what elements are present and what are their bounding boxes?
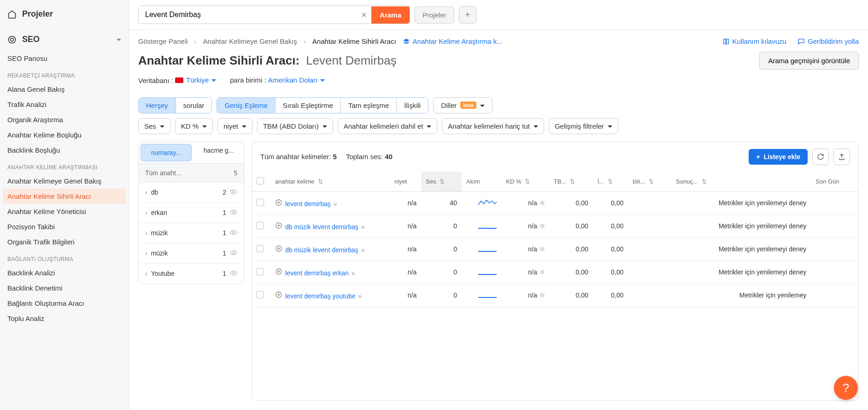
- col-trend[interactable]: Akım: [462, 172, 501, 192]
- sidebar-item-keyword-magic[interactable]: Anahtar Kelime Sihirli Aracı: [3, 189, 126, 204]
- row-checkbox[interactable]: [257, 268, 264, 275]
- row-checkbox[interactable]: [257, 222, 264, 229]
- tab-by-volume[interactable]: hacme g...: [194, 142, 244, 163]
- col-volume[interactable]: Ses ⇅: [421, 172, 462, 192]
- sidebar-item-keyword-gap[interactable]: Anahtar Kelime Boşluğu: [0, 127, 129, 143]
- group-item-label: Youtube: [151, 270, 175, 277]
- cell-serp: [628, 214, 671, 238]
- sidebar-item-bulk-analysis[interactable]: Toplu Analiz: [0, 311, 129, 326]
- filter-cpc[interactable]: TBM (ABD Doları): [257, 118, 333, 134]
- close-icon: ×: [362, 10, 367, 20]
- pill-all[interactable]: Herşey: [139, 98, 176, 113]
- col-keyword[interactable]: anahtar kelime ⇅: [270, 172, 390, 192]
- languages-label: Diller: [441, 101, 457, 109]
- keyword-link[interactable]: levent demirbaş youtube »: [285, 292, 362, 300]
- expand-icon[interactable]: [275, 246, 282, 254]
- keyword-link[interactable]: levent demirbaş erkan »: [285, 269, 355, 277]
- sidebar-item-organic-research[interactable]: Organik Araştırma: [0, 112, 129, 127]
- sidebar-item-link-building-tool[interactable]: Bağlantı Oluşturma Aracı: [0, 296, 129, 311]
- sidebar-item-traffic-analysis[interactable]: Trafik Analizi: [0, 97, 129, 112]
- group-item[interactable]: ›erkan1: [139, 202, 244, 223]
- group-item[interactable]: ›müzik1: [139, 243, 244, 263]
- export-button[interactable]: [833, 149, 850, 165]
- filter-intent[interactable]: niyet: [217, 118, 252, 134]
- research-course-link[interactable]: Anahtar Kelime Araştırma k...: [403, 37, 503, 45]
- row-checkbox[interactable]: [257, 291, 264, 298]
- col-intent[interactable]: niyet: [390, 172, 421, 192]
- user-guide-link[interactable]: Kullanım kılavuzu: [722, 37, 787, 45]
- database-selector[interactable]: Türkiye: [175, 76, 216, 84]
- sidebar-item-backlink-audit[interactable]: Backlink Denetimi: [0, 280, 129, 296]
- sidebar-item-domain-overview[interactable]: Alana Genel Bakış: [0, 82, 129, 97]
- pill-questions[interactable]: sorular: [176, 98, 212, 113]
- pill-phrase-match[interactable]: Sıralı Eşleştirme: [276, 98, 341, 113]
- expand-icon[interactable]: [275, 200, 282, 208]
- crumb-keyword-overview[interactable]: Anahtar Kelimeye Genel Bakış: [203, 37, 297, 45]
- eye-icon[interactable]: [230, 188, 237, 197]
- groups-tabs: numaray... hacme g...: [139, 142, 244, 164]
- pill-exact-match[interactable]: Tam eşleşme: [341, 98, 397, 113]
- expand-icon[interactable]: [275, 269, 282, 277]
- pill-related[interactable]: İlişkili: [397, 98, 428, 113]
- book-icon: [722, 38, 730, 45]
- groups-header[interactable]: Tüm anaht... 5: [139, 164, 244, 182]
- eye-icon[interactable]: [230, 269, 237, 278]
- languages-filter[interactable]: Diller beta: [433, 97, 493, 113]
- sidebar-item-keyword-overview[interactable]: Anahtar Kelimeye Genel Bakış: [0, 173, 129, 189]
- keyword-link[interactable]: db müzik levent demirbaş »: [285, 246, 365, 254]
- keyword-link[interactable]: db müzik levent demirbaş »: [285, 223, 365, 231]
- feedback-link[interactable]: Geribildirim yolla: [798, 37, 859, 45]
- sidebar-item-position-tracking[interactable]: Pozisyon Takibi: [0, 219, 129, 234]
- group-label-competitive: REKABETÇİ ARAŞTIRMA: [0, 66, 129, 82]
- add-to-list-button[interactable]: + Listeye ekle: [749, 149, 808, 165]
- sidebar-seo-header[interactable]: SEO: [0, 28, 129, 51]
- group-item[interactable]: ›db2: [139, 182, 244, 202]
- sidebar-item-backlink-analytics[interactable]: Backlink Analizi: [0, 265, 129, 280]
- tab-by-number[interactable]: numaray...: [141, 144, 192, 161]
- eye-icon[interactable]: [230, 208, 237, 217]
- expand-icon[interactable]: [275, 223, 282, 231]
- eye-icon[interactable]: [230, 229, 237, 238]
- search-history-button[interactable]: Arama geçmişini görüntüle: [759, 52, 859, 70]
- sidebar-item-backlink-gap[interactable]: Backlink Boşluğu: [0, 143, 129, 158]
- projects-button[interactable]: Projeler: [415, 6, 454, 24]
- cell-comp: 0,00: [593, 214, 628, 238]
- select-all-checkbox[interactable]: [257, 177, 264, 184]
- col-results[interactable]: Sonuç... ⇅: [671, 172, 811, 192]
- keyword-link[interactable]: levent demirbaş »: [285, 200, 337, 208]
- sidebar-item-keyword-manager[interactable]: Anahtar Kelime Yöneticisi: [0, 204, 129, 219]
- refresh-button[interactable]: [812, 149, 829, 165]
- help-button[interactable]: ?: [834, 376, 858, 400]
- eye-icon[interactable]: [230, 249, 237, 258]
- sort-icon: ⇅: [318, 178, 323, 185]
- sidebar-item-organic-traffic[interactable]: Organik Trafik Bilgileri: [0, 234, 129, 250]
- row-checkbox[interactable]: [257, 199, 264, 206]
- col-kd[interactable]: KD % ⇅: [501, 172, 549, 192]
- filter-exclude-keywords[interactable]: Anahtar kelimeleri hariç tut: [442, 118, 544, 134]
- sidebar-projects-header[interactable]: Projeler: [0, 0, 129, 28]
- expand-icon[interactable]: [275, 292, 282, 300]
- sidebar-item-seo-panosu[interactable]: SEO Panosu: [0, 51, 129, 66]
- filter-volume[interactable]: Ses: [138, 118, 170, 134]
- col-cpc[interactable]: TB... ⇅: [549, 172, 593, 192]
- sidebar: Projeler SEO SEO Panosu REKABETÇİ ARAŞTI…: [0, 0, 129, 410]
- search-button[interactable]: Arama: [371, 6, 410, 24]
- search-clear-button[interactable]: ×: [357, 10, 372, 20]
- pill-broad-match[interactable]: Geniş Eşleme: [217, 98, 275, 113]
- table-scroll[interactable]: anahtar kelime ⇅ niyet Ses ⇅ Akım KD % ⇅…: [252, 172, 858, 401]
- cell-results: Metrikler için yenilemeyi deney: [671, 261, 811, 284]
- group-item[interactable]: ›Youtube1: [139, 263, 244, 284]
- filter-advanced[interactable]: Gelişmiş filtreler: [549, 118, 618, 134]
- row-checkbox[interactable]: [257, 245, 264, 252]
- currency-selector[interactable]: Amerikan Doları: [268, 76, 325, 84]
- search-input[interactable]: [139, 6, 357, 24]
- col-updated[interactable]: Son Gün: [811, 172, 858, 192]
- filter-include-keywords[interactable]: Anahtar kelimeleri dahil et: [338, 118, 438, 134]
- add-project-button[interactable]: +: [459, 6, 476, 24]
- group-item[interactable]: ›müzik1: [139, 223, 244, 243]
- crumb-dashboard[interactable]: Gösterge Paneli: [138, 37, 188, 45]
- col-comp[interactable]: İ... ⇅: [593, 172, 628, 192]
- filter-kd[interactable]: KD %: [175, 118, 213, 134]
- col-serp[interactable]: bili... ⇅: [628, 172, 671, 192]
- table-row: levent demirbaş »n/a40n/a0,000,00Metrikl…: [252, 191, 858, 214]
